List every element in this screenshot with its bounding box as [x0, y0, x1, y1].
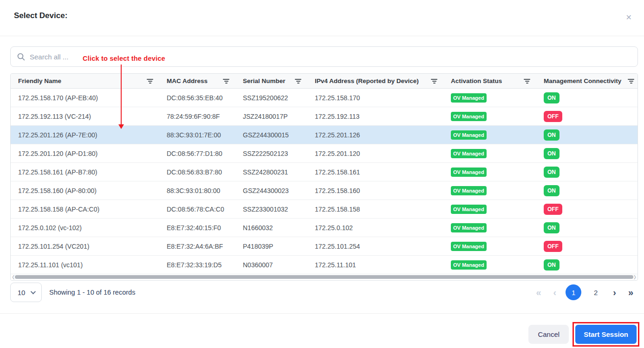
activation-status-cell: OV Managed	[443, 223, 536, 232]
annotation-highlight-box: Start Session	[572, 322, 639, 347]
pagination-bar: 10 Showing 1 - 10 of 16 records « ‹ 1 2 …	[10, 282, 638, 303]
filter-icon[interactable]	[221, 77, 231, 85]
serial-number-cell: N0360007	[235, 261, 307, 269]
activation-status-badge: OV Managed	[451, 93, 487, 103]
ipv4-address-cell: 172.25.158.158	[307, 206, 443, 213]
filter-icon[interactable]	[293, 77, 303, 85]
table-row[interactable]: 172.25.11.101 (vc101)E8:E7:32:33:19:D5N0…	[11, 256, 637, 274]
friendly-name-cell: 172.25.0.102 (vc-102)	[11, 224, 159, 232]
friendly-name-cell: 172.25.101.254 (VC201)	[11, 243, 159, 250]
prev-page-button[interactable]: ‹	[551, 288, 559, 297]
connectivity-badge: ON	[544, 129, 559, 141]
mac-address-cell: DC:08:56:35:EB:40	[159, 94, 235, 102]
column-header-label: Management Connectivity	[544, 77, 621, 84]
connectivity-cell: ON	[536, 185, 637, 196]
ipv4-address-cell: 172.25.201.120	[307, 150, 443, 157]
filter-icon[interactable]	[626, 77, 636, 85]
ipv4-address-cell: 172.25.101.254	[307, 243, 443, 250]
connectivity-cell: ON	[536, 129, 637, 141]
mac-address-cell: E8:E7:32:33:19:D5	[159, 261, 235, 269]
connectivity-badge: ON	[544, 92, 559, 103]
connectivity-badge: OFF	[544, 241, 562, 252]
activation-status-badge: OV Managed	[451, 168, 487, 177]
column-header-4: IPv4 Address (Reported by Device)	[307, 77, 443, 85]
friendly-name-cell: 172.25.158.161 (AP-B7:80)	[11, 168, 159, 176]
column-header-label: IPv4 Address (Reported by Device)	[315, 77, 419, 84]
serial-number-cell: SSZ233001032	[235, 206, 307, 213]
ipv4-address-cell: 172.25.201.126	[307, 131, 443, 139]
serial-number-cell: N1660032	[235, 224, 307, 232]
serial-number-cell: SSZ195200622	[235, 94, 307, 102]
serial-number-cell: P418039P	[235, 243, 307, 250]
start-session-button[interactable]: Start Session	[575, 325, 637, 344]
table-body: 172.25.158.170 (AP-EB:40)DC:08:56:35:EB:…	[11, 89, 637, 274]
table-row[interactable]: 172.25.158.170 (AP-EB:40)DC:08:56:35:EB:…	[11, 89, 637, 107]
connectivity-cell: OFF	[536, 111, 637, 122]
page-button-2[interactable]: 2	[588, 284, 604, 300]
cancel-button[interactable]: Cancel	[528, 325, 569, 344]
scrollbar-right-arrow-icon[interactable]: ❯	[633, 274, 637, 280]
mac-address-cell: E8:E7:32:A4:6A:BF	[159, 243, 235, 250]
footer-divider	[0, 313, 644, 314]
friendly-name-cell: 172.25.158.158 (AP-CA:C0)	[11, 206, 159, 213]
annotation-click-to-select: Click to select the device	[83, 55, 165, 62]
table-row[interactable]: 172.25.0.102 (vc-102)E8:E7:32:40:15:F0N1…	[11, 219, 637, 237]
filter-icon[interactable]	[429, 77, 439, 85]
page-button-1[interactable]: 1	[566, 284, 581, 300]
table-row[interactable]: 172.25.192.113 (VC-214)78:24:59:6F:90:8F…	[11, 107, 637, 126]
connectivity-badge: ON	[544, 167, 559, 178]
chevron-down-icon	[31, 289, 36, 294]
ipv4-address-cell: 172.25.0.102	[307, 224, 443, 232]
connectivity-cell: OFF	[536, 204, 637, 215]
page-size-value: 10	[18, 289, 26, 296]
page-size-select[interactable]: 10	[10, 283, 42, 302]
column-header-1: Friendly Name	[11, 77, 159, 85]
column-header-label: Serial Number	[243, 77, 286, 84]
connectivity-badge: ON	[544, 259, 559, 271]
mac-address-cell: 88:3C:93:01:80:00	[159, 187, 235, 194]
mac-address-cell: E8:E7:32:40:15:F0	[159, 224, 235, 232]
first-page-button[interactable]: «	[533, 288, 544, 297]
serial-number-cell: GSZ244300023	[235, 187, 307, 194]
horizontal-scrollbar[interactable]: ❮ ❯	[11, 274, 637, 280]
serial-number-cell: SSZ242800231	[235, 168, 307, 176]
connectivity-cell: ON	[536, 148, 637, 159]
activation-status-cell: OV Managed	[443, 168, 536, 177]
table-row[interactable]: 172.25.201.126 (AP-7E:00)88:3C:93:01:7E:…	[11, 126, 637, 144]
table-row[interactable]: 172.25.201.120 (AP-D1:80)DC:08:56:77:D1:…	[11, 144, 637, 163]
friendly-name-cell: 172.25.201.126 (AP-7E:00)	[11, 131, 159, 139]
activation-status-cell: OV Managed	[443, 130, 536, 140]
activation-status-badge: OV Managed	[451, 130, 487, 140]
search-icon	[17, 53, 25, 61]
activation-status-badge: OV Managed	[451, 223, 487, 232]
ipv4-address-cell: 172.25.158.161	[307, 168, 443, 176]
connectivity-badge: OFF	[544, 204, 562, 215]
table-row[interactable]: 172.25.158.158 (AP-CA:C0)DC:08:56:78:CA:…	[11, 200, 637, 219]
activation-status-cell: OV Managed	[443, 205, 536, 214]
friendly-name-cell: 172.25.201.120 (AP-D1:80)	[11, 150, 159, 157]
column-header-label: Friendly Name	[18, 77, 61, 84]
column-header-3: Serial Number	[235, 77, 307, 85]
annotation-arrow-icon	[121, 64, 122, 125]
column-header-label: Activation Status	[451, 77, 502, 84]
mac-address-cell: DC:08:56:78:CA:C0	[159, 206, 235, 213]
activation-status-badge: OV Managed	[451, 205, 487, 214]
next-page-button[interactable]: ›	[610, 288, 619, 297]
activation-status-cell: OV Managed	[443, 186, 536, 195]
close-icon[interactable]: ✕	[624, 12, 634, 23]
connectivity-cell: OFF	[536, 241, 637, 252]
last-page-button[interactable]: »	[625, 288, 636, 297]
ipv4-address-cell: 172.25.11.101	[307, 261, 443, 269]
filter-icon[interactable]	[145, 77, 155, 85]
ipv4-address-cell: 172.25.158.160	[307, 187, 443, 194]
connectivity-badge: OFF	[544, 111, 562, 122]
device-table: Friendly NameMAC AddressSerial NumberIPv…	[10, 73, 638, 281]
annotation-arrowhead-icon	[118, 124, 124, 129]
table-row[interactable]: 172.25.158.160 (AP-80:00)88:3C:93:01:80:…	[11, 181, 637, 200]
table-header-row: Friendly NameMAC AddressSerial NumberIPv…	[11, 74, 637, 89]
scrollbar-thumb[interactable]	[15, 275, 633, 279]
table-row[interactable]: 172.25.101.254 (VC201)E8:E7:32:A4:6A:BFP…	[11, 237, 637, 256]
table-row[interactable]: 172.25.158.161 (AP-B7:80)DC:08:56:83:B7:…	[11, 163, 637, 181]
filter-icon[interactable]	[522, 77, 532, 85]
pager: « ‹ 1 2 › »	[533, 284, 638, 300]
